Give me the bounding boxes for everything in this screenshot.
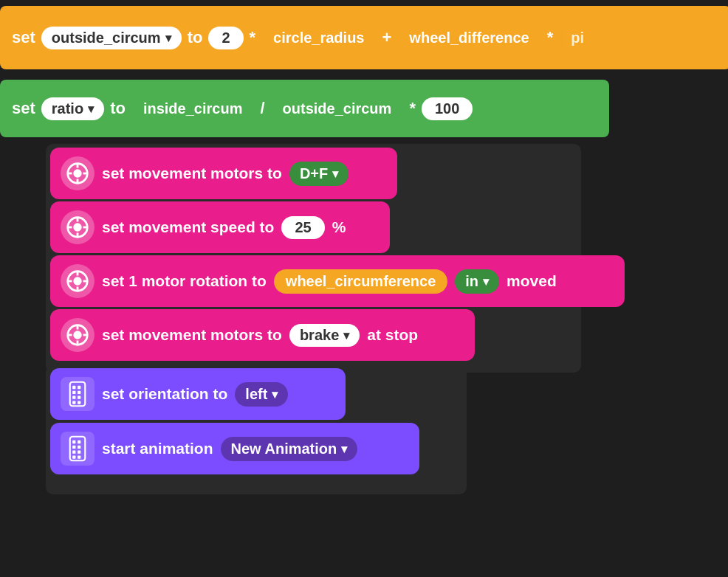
- num-100[interactable]: 100: [422, 97, 473, 120]
- motor-svg-2: [65, 215, 90, 240]
- svg-rect-37: [78, 446, 80, 449]
- block-set-ratio: set ratio to inside_circum / outside_cir…: [0, 80, 609, 137]
- label-movement-motors-2: set movement motors to: [102, 326, 282, 344]
- var-inside-circum[interactable]: inside_circum: [131, 97, 255, 121]
- dropdown-in[interactable]: in: [455, 269, 499, 294]
- block-movement-speed: set movement speed to 25 %: [50, 201, 390, 253]
- var-outside-circum-dropdown[interactable]: outside_circum: [41, 27, 182, 49]
- svg-rect-30: [78, 396, 80, 399]
- op-times-1: *: [250, 28, 256, 47]
- num-2[interactable]: 2: [208, 27, 243, 49]
- label-orientation: set orientation to: [102, 385, 227, 403]
- svg-rect-39: [78, 451, 80, 454]
- motor-svg-3: [65, 269, 90, 294]
- svg-rect-32: [78, 401, 80, 404]
- label-start-animation: start animation: [102, 440, 213, 457]
- svg-rect-29: [72, 396, 75, 399]
- block-start-animation: start animation New Animation: [50, 423, 419, 474]
- svg-rect-34: [72, 440, 75, 443]
- op-div: /: [260, 99, 264, 118]
- label-percent: %: [332, 218, 346, 236]
- label-set-2: set: [12, 99, 35, 118]
- block-set-outside-circum: set outside_circum to 2 * circle_radius …: [0, 6, 728, 69]
- block-orientation: set orientation to left: [50, 368, 346, 420]
- dropdown-left[interactable]: left: [235, 382, 288, 407]
- motor-icon-2: [61, 210, 95, 244]
- svg-rect-35: [78, 440, 80, 443]
- dropdown-brake[interactable]: brake: [289, 324, 360, 347]
- svg-point-7: [73, 223, 81, 231]
- svg-rect-26: [78, 386, 80, 389]
- svg-rect-40: [72, 455, 75, 458]
- label-set-1: set: [12, 28, 35, 47]
- svg-point-1: [73, 169, 81, 177]
- label-motor-rotation: set 1 motor rotation to: [102, 272, 267, 290]
- dropdown-df[interactable]: D+F: [289, 162, 348, 186]
- op-times-3: *: [409, 99, 416, 118]
- block-movement-motors-1: set movement motors to D+F: [50, 148, 397, 199]
- svg-rect-25: [72, 386, 75, 389]
- dropdown-new-animation[interactable]: New Animation: [221, 437, 358, 461]
- svg-rect-31: [72, 401, 75, 404]
- remote-svg-2: [66, 435, 89, 462]
- label-to-2: to: [110, 99, 126, 118]
- var-pi-partial[interactable]: pi: [559, 26, 596, 50]
- svg-point-13: [73, 277, 81, 285]
- motor-svg-4: [65, 322, 90, 348]
- svg-rect-41: [78, 455, 80, 458]
- svg-rect-28: [78, 391, 80, 394]
- block-motor-rotation: set 1 motor rotation to wheel_circumfere…: [50, 255, 625, 307]
- label-movement-speed: set movement speed to: [102, 218, 274, 236]
- svg-point-19: [73, 331, 81, 339]
- svg-rect-27: [72, 391, 75, 394]
- remote-icon-1: [61, 377, 95, 411]
- var-wheel-circumference[interactable]: wheel_circumference: [274, 269, 447, 294]
- var-circle-radius[interactable]: circle_radius: [261, 26, 376, 50]
- num-25[interactable]: 25: [281, 216, 324, 239]
- remote-icon-2: [61, 432, 95, 466]
- label-movement-motors-1: set movement motors to: [102, 165, 282, 182]
- svg-rect-36: [72, 446, 75, 449]
- var-wheel-difference[interactable]: wheel_difference: [397, 26, 540, 50]
- motor-icon-3: [61, 264, 95, 298]
- svg-rect-38: [72, 451, 75, 454]
- block-movement-motors-2: set movement motors to brake at stop: [50, 309, 475, 361]
- motor-icon-4: [61, 318, 95, 352]
- op-plus-1: +: [382, 28, 392, 47]
- var-ratio-dropdown[interactable]: ratio: [41, 97, 104, 120]
- workspace: set outside_circum to 2 * circle_radius …: [0, 0, 728, 577]
- motor-icon-1: [61, 156, 95, 190]
- label-moved: moved: [506, 272, 557, 290]
- motor-svg-1: [65, 161, 90, 186]
- label-at-stop: at stop: [367, 326, 418, 344]
- var-outside-circum2[interactable]: outside_circum: [271, 97, 404, 121]
- op-times-2: *: [547, 28, 554, 47]
- label-to-1: to: [188, 28, 203, 47]
- remote-svg-1: [66, 381, 89, 407]
